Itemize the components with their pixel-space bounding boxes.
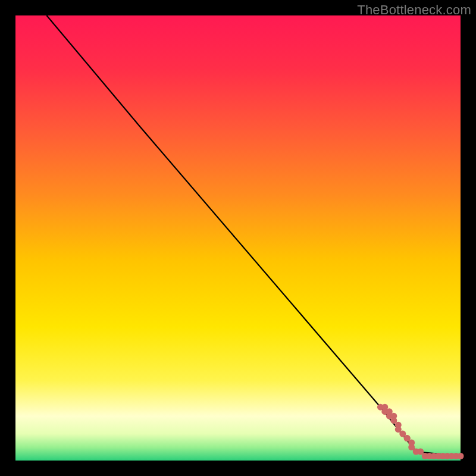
chart-frame: TheBottleneck.com <box>0 0 476 476</box>
chart-svg <box>15 15 461 461</box>
gradient-background <box>15 15 461 461</box>
plot-area <box>15 15 461 461</box>
data-marker <box>458 453 464 459</box>
